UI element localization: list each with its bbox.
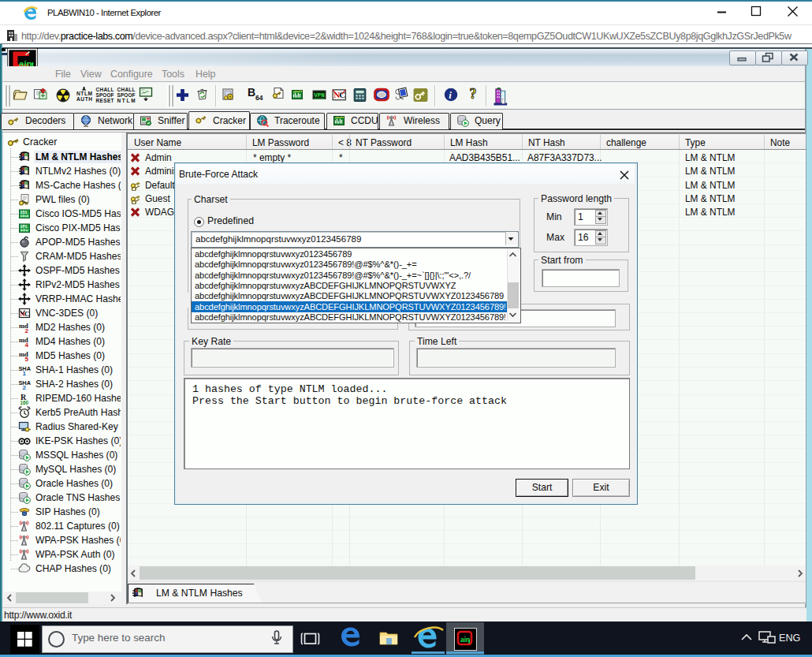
svg-text:2: 2	[25, 327, 29, 334]
svg-text:C: C	[24, 310, 30, 318]
svg-text:NTLM: NTLM	[117, 98, 136, 103]
svg-text:?: ?	[470, 86, 477, 102]
svg-text:1P1: 1P1	[20, 225, 28, 230]
svg-text:i: i	[449, 90, 452, 101]
svg-text:RESET: RESET	[96, 98, 114, 103]
svg-text:4: 4	[25, 342, 29, 348]
svg-text:C: C	[339, 90, 345, 99]
svg-text:VPN: VPN	[314, 92, 325, 99]
svg-text:160: 160	[20, 400, 29, 405]
svg-text:B: B	[248, 86, 255, 99]
svg-text:5: 5	[25, 356, 29, 362]
svg-text:2: 2	[23, 384, 27, 390]
svg-text:AUTH: AUTH	[76, 96, 92, 102]
svg-text:64: 64	[255, 94, 263, 102]
svg-text:1: 1	[23, 370, 27, 376]
svg-text:NTLM: NTLM	[76, 91, 92, 96]
